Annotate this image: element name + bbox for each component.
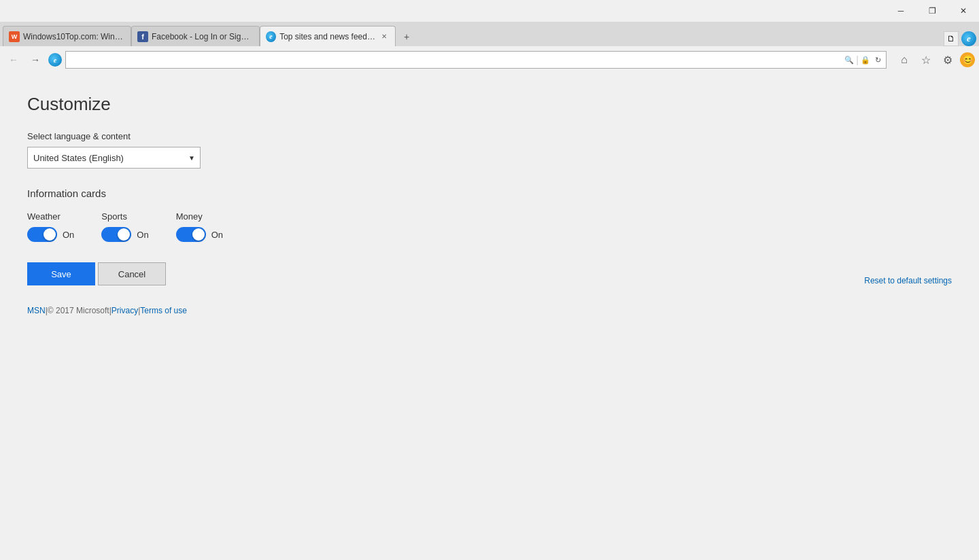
address-bar[interactable]: 🔍 | 🔒 ↻ (65, 51, 887, 69)
titlebar-controls: ─ ❐ ✕ (885, 0, 979, 22)
money-toggle[interactable] (176, 227, 206, 242)
favorites-button[interactable]: ☆ (916, 50, 935, 69)
tab-favicon-windows10top: W (9, 31, 20, 42)
msn-link[interactable]: MSN (27, 306, 46, 315)
search-dropdown-icon[interactable]: 🔍 (844, 54, 855, 65)
tab-favicon-facebook: f (137, 31, 148, 42)
forward-button[interactable]: → (26, 50, 45, 69)
ie-logo: e (48, 52, 63, 67)
language-select[interactable]: United States (English) United Kingdom (… (27, 147, 201, 169)
toolbar-right: ⌂ ☆ ⚙ 😊 (895, 50, 975, 69)
close-button[interactable]: ✕ (948, 0, 979, 22)
sports-label: Sports (101, 211, 148, 222)
money-toggle-group: Money On (176, 211, 223, 242)
weather-toggle-row: On (27, 227, 74, 242)
titlebar: ─ ❐ ✕ (0, 0, 979, 22)
browser-chrome: W Windows10Top.com: Windows... f Faceboo… (0, 22, 979, 73)
sports-toggle[interactable] (101, 227, 131, 242)
buttons-row: Save Cancel (27, 262, 166, 285)
maximize-button[interactable]: ❐ (916, 0, 948, 22)
new-tab-icon-btn[interactable]: 🗋 (944, 31, 959, 46)
money-toggle-row: On (176, 227, 223, 242)
reset-default-link[interactable]: Reset to default settings (864, 276, 952, 285)
smiley-button[interactable]: 😊 (960, 52, 975, 67)
terms-link[interactable]: Terms of use (140, 306, 187, 315)
ie-browser-icon: e (961, 31, 976, 46)
sports-toggle-row: On (101, 227, 148, 242)
language-select-wrapper: United States (English) United Kingdom (… (27, 147, 201, 169)
cancel-button[interactable]: Cancel (98, 262, 166, 285)
sports-toggle-group: Sports On (101, 211, 148, 242)
sports-state: On (137, 230, 148, 240)
tab-favicon-topsites: e (266, 31, 276, 42)
refresh-icon[interactable]: ↻ (872, 54, 883, 65)
separator-icon: | (856, 54, 859, 65)
language-section-label: Select language & content (27, 131, 952, 141)
footer-links: MSN | © 2017 Microsoft | Privacy | Terms… (27, 306, 952, 315)
address-bar-icons: 🔍 | 🔒 ↻ (844, 54, 883, 65)
lock-icon: 🔒 (860, 54, 871, 65)
bottom-row: Save Cancel Reset to default settings (27, 262, 952, 299)
tab-label-facebook: Facebook - Log In or Sign Up (152, 32, 254, 41)
page-content: Customize Select language & content Unit… (0, 73, 979, 560)
info-cards-title: Information cards (27, 188, 952, 199)
page-title: Customize (27, 94, 952, 115)
ie-logo-icon: e (48, 53, 62, 67)
new-tab-button[interactable]: + (397, 27, 416, 46)
minimize-button[interactable]: ─ (885, 0, 916, 22)
tab-windows10top[interactable]: W Windows10Top.com: Windows... (3, 26, 131, 46)
addressbar-row: ← → e 🔍 | 🔒 ↻ ⌂ ☆ ⚙ 😊 (0, 46, 979, 73)
back-button[interactable]: ← (4, 50, 23, 69)
footer-copyright: © 2017 Microsoft (48, 306, 109, 315)
smiley-icon: 😊 (962, 54, 974, 65)
home-button[interactable]: ⌂ (895, 50, 914, 69)
toggles-row: Weather On Sports On Money On (27, 211, 952, 242)
money-label: Money (176, 211, 223, 222)
address-input[interactable] (69, 55, 842, 65)
settings-button[interactable]: ⚙ (938, 50, 957, 69)
tab-close-topsites[interactable]: ✕ (379, 31, 390, 42)
tabs-row: W Windows10Top.com: Windows... f Faceboo… (0, 22, 979, 46)
weather-toggle-group: Weather On (27, 211, 74, 242)
tab-label-windows10top: Windows10Top.com: Windows... (23, 32, 125, 41)
weather-state: On (63, 230, 74, 240)
weather-toggle[interactable] (27, 227, 57, 242)
save-button[interactable]: Save (27, 262, 95, 285)
weather-label: Weather (27, 211, 74, 222)
new-tab-small-icon: 🗋 (947, 34, 955, 43)
money-state: On (211, 230, 223, 240)
tab-label-topsites: Top sites and news feed tab (279, 32, 375, 41)
tab-topsites[interactable]: e Top sites and news feed tab ✕ (260, 26, 396, 46)
privacy-link[interactable]: Privacy (111, 306, 138, 315)
tab-facebook[interactable]: f Facebook - Log In or Sign Up (131, 26, 260, 46)
